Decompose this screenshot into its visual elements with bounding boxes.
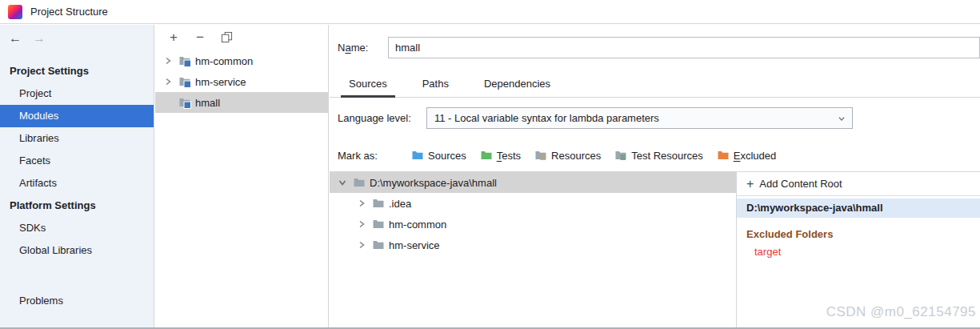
titlebar: Project Structure — [0, 0, 980, 24]
mark-button-label: Excluded — [734, 150, 776, 162]
plus-icon: + — [170, 30, 178, 44]
content-root-label: D:\myworkspace-java\hmall — [370, 177, 497, 189]
back-arrow-icon[interactable]: ← — [8, 30, 22, 47]
chevron-right-icon[interactable] — [355, 218, 368, 231]
tab-dependencies[interactable]: Dependencies — [476, 73, 558, 98]
modules-panel: + − hm-common — [155, 25, 329, 329]
sidebar-list: Project Settings Project Modules Librari… — [0, 60, 154, 262]
name-input[interactable] — [388, 37, 980, 58]
content-root-path[interactable]: D:\myworkspace-java\hmall — [737, 199, 980, 218]
chevron-spacer — [162, 96, 174, 109]
language-level-value: 11 - Local variable syntax for lambda pa… — [434, 112, 659, 124]
project-structure-dialog: Project Structure ← → Project Settings P… — [0, 0, 980, 329]
resources-folder-icon — [534, 149, 547, 162]
name-label: Name: — [338, 37, 368, 58]
modules-tree: hm-common hm-service hmall — [155, 50, 328, 113]
sidebar-header-platform-settings: Platform Settings — [0, 195, 154, 217]
tab-label: Sources — [349, 78, 387, 90]
folder-icon — [372, 218, 385, 231]
tree-item-label: .idea — [389, 198, 411, 210]
watermark: CSDN @m0_62154795 — [826, 304, 976, 320]
module-label: hmall — [195, 97, 220, 109]
mark-tests-button[interactable]: Tests — [480, 149, 521, 162]
excluded-folders-header: Excluded Folders — [737, 228, 980, 240]
chevron-right-icon[interactable] — [162, 54, 174, 67]
copy-module-button[interactable] — [218, 28, 235, 46]
add-content-root-label: Add Content Root — [759, 178, 842, 190]
tab-label: Paths — [422, 78, 449, 90]
test-resources-folder-icon — [614, 149, 627, 162]
excluded-folder-target[interactable]: target — [737, 246, 980, 258]
folder-icon — [372, 239, 385, 251]
excluded-folder-icon — [717, 149, 730, 162]
mark-button-label: Test Resources — [631, 150, 703, 162]
intellij-logo-icon — [8, 5, 22, 19]
add-content-root-button[interactable]: + Add Content Root — [737, 172, 980, 196]
chevron-right-icon[interactable] — [355, 197, 368, 210]
module-item-hm-common[interactable]: hm-common — [155, 50, 328, 71]
mark-resources-button[interactable]: Resources — [534, 149, 601, 162]
language-level-select[interactable]: 11 - Local variable syntax for lambda pa… — [426, 107, 853, 129]
add-module-button[interactable]: + — [165, 28, 182, 46]
chevron-right-icon[interactable] — [355, 239, 368, 251]
module-icon — [178, 75, 191, 88]
module-item-hmall[interactable]: hmall — [155, 92, 328, 113]
folder-icon — [353, 176, 366, 189]
folder-icon — [372, 197, 385, 210]
mark-as-row: Mark as: Sources Tests Resources — [338, 144, 790, 167]
mark-sources-button[interactable]: Sources — [411, 149, 466, 162]
sources-folder-icon — [411, 149, 424, 162]
sidebar: ← → Project Settings Project Modules Lib… — [0, 25, 154, 329]
mark-as-label: Mark as: — [338, 150, 411, 162]
sidebar-header-project-settings: Project Settings — [0, 60, 154, 82]
sidebar-item-libraries[interactable]: Libraries — [0, 127, 154, 150]
content-roots-tree: D:\myworkspace-java\hmall .idea — [330, 172, 736, 329]
mark-excluded-button[interactable]: Excluded — [717, 149, 776, 162]
sidebar-item-project[interactable]: Project — [0, 82, 154, 105]
tab-label: Dependencies — [484, 78, 550, 90]
chevron-right-icon[interactable] — [162, 75, 174, 88]
forward-arrow-icon[interactable]: → — [32, 30, 46, 47]
tree-item-label: hm-common — [389, 219, 446, 231]
tree-item-hm-service[interactable]: hm-service — [330, 235, 736, 255]
editor-tabs: Sources Paths Dependencies — [330, 73, 980, 98]
module-icon — [178, 96, 191, 109]
window-title: Project Structure — [30, 0, 108, 24]
sidebar-item-global-libraries[interactable]: Global Libraries — [0, 239, 154, 262]
remove-module-button[interactable]: − — [191, 28, 209, 46]
mark-test-resources-button[interactable]: Test Resources — [614, 149, 703, 162]
module-label: hm-service — [195, 76, 246, 88]
chevron-down-icon[interactable] — [336, 176, 349, 189]
tab-paths[interactable]: Paths — [414, 73, 457, 98]
sidebar-item-problems[interactable]: Problems — [0, 290, 154, 312]
copy-icon — [221, 31, 233, 43]
tree-item-idea[interactable]: .idea — [330, 193, 736, 214]
minus-icon: − — [196, 30, 204, 44]
tab-sources[interactable]: Sources — [341, 73, 395, 98]
module-editor: Name: Sources Paths Dependencies Languag… — [330, 25, 980, 329]
tree-item-hm-common[interactable]: hm-common — [330, 214, 736, 235]
module-icon — [178, 54, 191, 67]
sidebar-item-artifacts[interactable]: Artifacts — [0, 172, 154, 195]
mark-button-label: Resources — [551, 150, 601, 162]
plus-icon: + — [746, 178, 754, 191]
history-nav: ← → — [8, 30, 46, 47]
mark-button-label: Sources — [428, 150, 466, 162]
sidebar-item-facets[interactable]: Facets — [0, 150, 154, 172]
sidebar-item-modules[interactable]: Modules — [0, 105, 154, 127]
module-item-hm-service[interactable]: hm-service — [155, 71, 328, 92]
content-root-row[interactable]: D:\myworkspace-java\hmall — [330, 172, 736, 193]
modules-toolbar: + − — [155, 25, 328, 49]
language-level-label: Language level: — [338, 107, 411, 129]
tree-item-label: hm-service — [389, 239, 440, 251]
sidebar-item-sdks[interactable]: SDKs — [0, 217, 154, 239]
module-label: hm-common — [195, 55, 253, 67]
tests-folder-icon — [480, 149, 493, 162]
chevron-down-icon — [836, 113, 847, 124]
mark-button-label: Tests — [497, 150, 521, 162]
